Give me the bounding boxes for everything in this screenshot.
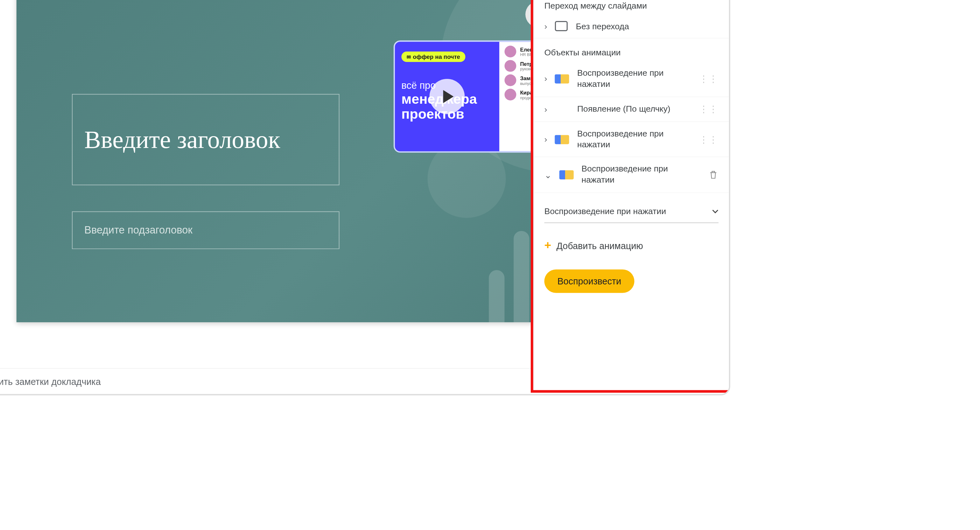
animation-item[interactable]: ⌄Воспроизведение при нажатии [534,158,729,193]
drag-handle-icon[interactable]: ⋮⋮ [699,104,719,114]
animation-label: Воспроизведение при нажатии [577,128,691,150]
chevron-icon: › [544,74,547,84]
play-icon[interactable] [430,79,465,114]
slide-outline-icon [555,21,568,32]
person-avatar [504,60,516,72]
video-badge: ✉ оффер на почте [401,51,466,62]
animation-label: Появление (По щелчку) [577,104,691,115]
animation-label: Воспроизведение при нажатии [582,164,700,186]
animation-panel: Анимация ✕ Переход между слайдами › Без … [533,0,729,390]
animation-item[interactable]: ›Появление (По щелчку)⋮⋮ [534,97,729,122]
object-thumb-icon [559,170,574,180]
animation-type-select[interactable]: Воспроизведение при нажатии [544,200,719,223]
speaker-notes[interactable]: Нажмите, чтобы добавить заметки докладчи… [0,368,533,394]
add-animation-button[interactable]: + Добавить анимацию [534,230,729,261]
chevron-icon: ⌄ [544,170,552,180]
chevron-icon: › [544,104,547,114]
svg-rect-21 [555,22,567,31]
animation-item[interactable]: ›Воспроизведение при нажатии⋮⋮ [534,61,729,97]
transition-row[interactable]: › Без перехода [534,14,729,38]
animation-item[interactable]: ›Воспроизведение при нажатии⋮⋮ [534,122,729,158]
person-avatar [504,75,516,86]
plus-icon: + [544,239,551,253]
play-animations-button[interactable]: Воспроизвести [544,269,635,293]
trash-icon[interactable] [708,170,719,180]
subtitle-placeholder[interactable]: Введите подзаголовок [72,211,339,249]
person-avatar [504,89,516,100]
object-thumb-icon [555,135,569,144]
section-objects-header: Объекты анимации [534,38,729,61]
chevron-down-icon [712,208,719,215]
drag-handle-icon[interactable]: ⋮⋮ [699,73,719,84]
slide-canvas[interactable]: ✉ оффер на почте всё про менеджера проек… [16,0,610,322]
drag-handle-icon[interactable]: ⋮⋮ [699,134,719,145]
chevron-right-icon: › [544,21,547,31]
chevron-icon: › [544,135,547,145]
object-thumb-icon [555,75,569,84]
person-avatar [504,46,516,57]
section-transition-header: Переход между слайдами [534,0,729,14]
animation-label: Воспроизведение при нажатии [577,68,691,90]
title-placeholder[interactable]: Введите заголовок [72,94,339,185]
